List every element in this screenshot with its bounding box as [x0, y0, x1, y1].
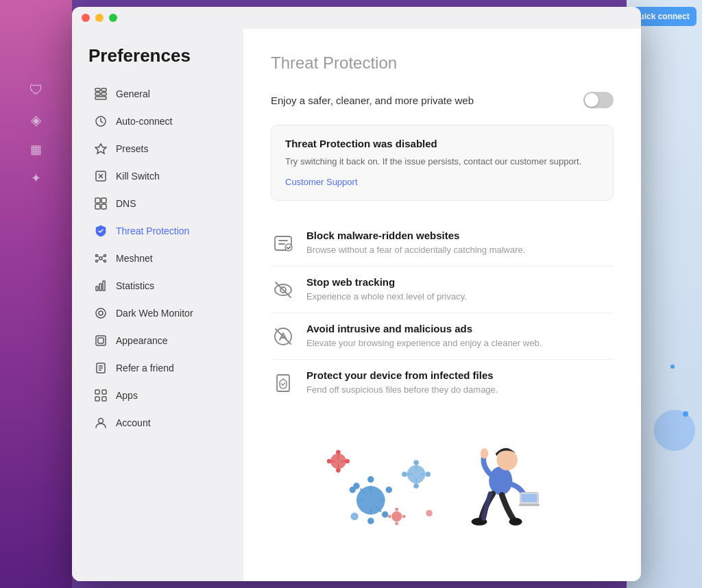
kill-switch-label: Kill Switch	[116, 171, 160, 182]
svg-point-54	[382, 511, 388, 517]
appearance-icon	[94, 334, 108, 347]
svg-point-87	[497, 450, 518, 470]
svg-rect-24	[99, 284, 101, 291]
refer-friend-label: Refer a friend	[116, 363, 174, 373]
warning-text: Try switching it back on. If the issue p…	[285, 155, 599, 169]
main-toggle-row: Enjoy a safer, cleaner, and more private…	[271, 92, 614, 108]
svg-rect-23	[96, 286, 98, 291]
vpn-bar-icon: ▦	[30, 142, 42, 157]
svg-point-18	[104, 260, 106, 262]
svg-point-93	[509, 518, 522, 526]
dns-icon	[94, 197, 108, 210]
dark-web-monitor-label: Dark Web Monitor	[116, 308, 193, 319]
general-label: General	[116, 88, 150, 99]
sidebar-item-statistics[interactable]: Statistics	[77, 272, 238, 299]
minimize-button[interactable]	[95, 14, 104, 22]
meshnet-label: Meshnet	[116, 253, 153, 264]
svg-rect-11	[101, 198, 106, 203]
svg-point-81	[395, 522, 398, 526]
svg-point-84	[426, 510, 432, 516]
svg-point-86	[489, 467, 512, 495]
svg-point-14	[99, 257, 102, 260]
svg-point-15	[96, 255, 98, 257]
svg-rect-10	[95, 198, 100, 203]
svg-point-52	[386, 487, 392, 493]
svg-point-72	[336, 468, 341, 473]
toggle-label: Enjoy a safer, cleaner, and more private…	[271, 95, 474, 106]
sidebar-item-general[interactable]: General	[77, 80, 238, 108]
protect-files-icon	[271, 371, 295, 395]
svg-point-27	[99, 311, 103, 315]
svg-point-80	[395, 508, 398, 511]
svg-point-82	[388, 515, 391, 518]
svg-rect-37	[102, 397, 106, 401]
svg-rect-0	[95, 88, 100, 91]
feature-stop-tracking-info: Stop web tracking Experience a whole nex…	[306, 276, 467, 303]
svg-rect-91	[522, 494, 537, 502]
threat-protection-toggle[interactable]	[583, 92, 614, 108]
kill-switch-icon	[94, 169, 108, 183]
svg-point-64	[402, 471, 407, 477]
vpn-star-icon: ✦	[31, 171, 41, 186]
svg-rect-1	[101, 88, 106, 91]
avoid-ads-icon	[271, 324, 295, 349]
sidebar-item-presets[interactable]: Presets	[77, 135, 238, 162]
account-label: Account	[116, 417, 151, 428]
stop-tracking-icon	[271, 278, 295, 302]
svg-point-62	[413, 460, 419, 465]
meshnet-icon	[94, 252, 108, 265]
features-list: Block malware-ridden websites Browse wit…	[271, 220, 614, 406]
sidebar-item-dark-web-monitor[interactable]: Dark Web Monitor	[77, 299, 238, 327]
svg-point-16	[104, 255, 106, 257]
sidebar-item-apps[interactable]: Apps	[77, 382, 238, 409]
page-title: Threat Protection	[271, 53, 614, 73]
sidebar-item-kill-switch[interactable]: Kill Switch	[77, 162, 238, 190]
block-malware-icon	[271, 231, 295, 256]
threat-protection-label: Threat Protection	[116, 225, 189, 236]
vpn-layers-icon: ◈	[31, 112, 41, 128]
feature-protect-files-title: Protect your device from infected files	[306, 369, 498, 381]
svg-point-73	[327, 459, 332, 464]
svg-line-21	[98, 260, 100, 261]
sidebar-item-threat-protection[interactable]: Threat Protection	[77, 217, 238, 245]
statistics-icon	[94, 279, 108, 293]
svg-point-49	[367, 476, 374, 482]
svg-point-17	[96, 260, 98, 262]
svg-point-79	[391, 511, 402, 522]
presets-label: Presets	[116, 143, 148, 154]
statistics-label: Statistics	[116, 280, 154, 291]
svg-rect-2	[95, 93, 100, 95]
svg-point-85	[350, 513, 358, 520]
apps-icon	[94, 389, 108, 402]
svg-rect-35	[102, 390, 106, 394]
threat-protection-icon	[94, 224, 108, 238]
feature-block-malware: Block malware-ridden websites Browse wit…	[271, 220, 614, 266]
svg-rect-36	[95, 397, 99, 401]
sidebar-item-account[interactable]: Account	[77, 409, 238, 437]
svg-rect-13	[101, 204, 106, 209]
maximize-button[interactable]	[109, 14, 117, 22]
main-content: Threat Protection Enjoy a safer, cleaner…	[243, 29, 641, 581]
presets-icon	[94, 142, 108, 156]
sidebar-item-dns[interactable]: DNS	[77, 190, 238, 217]
feature-avoid-ads: Avoid intrusive and malicious ads Elevat…	[271, 313, 614, 359]
svg-rect-34	[95, 390, 99, 394]
dark-web-monitor-icon	[94, 306, 108, 320]
sidebar-title: Preferences	[72, 45, 243, 80]
auto-connect-label: Auto-connect	[116, 116, 173, 127]
svg-point-53	[353, 483, 359, 489]
sidebar-item-refer-friend[interactable]: Refer a friend	[77, 354, 238, 382]
svg-rect-4	[95, 97, 106, 99]
quick-connect-button[interactable]: uick connect	[632, 7, 696, 26]
sidebar-item-appearance[interactable]: Appearance	[77, 327, 238, 354]
feature-avoid-ads-desc: Elevate your browsing experience and enj…	[306, 337, 542, 350]
customer-support-link[interactable]: Customer Support	[285, 177, 358, 187]
svg-point-26	[96, 308, 106, 318]
threat-illustration	[271, 419, 614, 529]
svg-point-83	[402, 515, 406, 518]
svg-point-40	[285, 244, 292, 251]
sidebar-item-auto-connect[interactable]: Auto-connect	[77, 108, 238, 135]
feature-block-malware-info: Block malware-ridden websites Browse wit…	[306, 230, 525, 256]
close-button[interactable]	[82, 14, 90, 22]
sidebar-item-meshnet[interactable]: Meshnet	[77, 245, 238, 272]
